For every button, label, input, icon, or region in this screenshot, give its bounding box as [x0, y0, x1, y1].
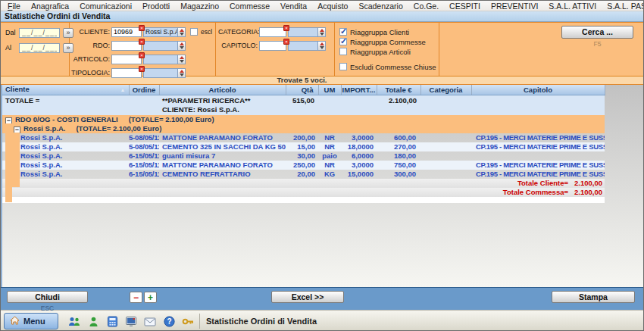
clear-x-icon[interactable]: ×	[283, 39, 289, 45]
clear-x-icon[interactable]: ×	[139, 25, 145, 31]
menu-anagrafica[interactable]: Anagrafica	[26, 2, 74, 11]
rdo-label: RDO:	[70, 42, 110, 49]
total-cliente-value: 2.100,00	[574, 179, 602, 187]
riaggruppa-articoli-checkbox[interactable]	[339, 48, 347, 55]
menu-commesse[interactable]: Commesse	[224, 2, 275, 11]
zoom-in-button[interactable]: +	[144, 292, 157, 303]
clear-x-icon[interactable]: ×	[139, 52, 145, 58]
chiudi-button[interactable]: Chiudi	[7, 291, 88, 303]
app-window: File Anagrafica Comunicazioni Prodotti M…	[0, 0, 644, 331]
cliente-code-input[interactable]	[111, 27, 142, 37]
column-header-totale[interactable]: Totale €	[377, 85, 420, 95]
clear-x-icon[interactable]: ×	[139, 39, 145, 45]
total-cliente-label: Totale Cliente=	[517, 179, 568, 187]
capitolo-value	[289, 42, 317, 50]
tipologia-code-input[interactable]	[111, 68, 142, 78]
al-label: Al	[5, 44, 19, 52]
table-row[interactable]: Rossi S.p.A. 5-08/05/11 MATTONE PARAMANO…	[2, 133, 605, 142]
mail-icon[interactable]	[143, 315, 157, 327]
rdo-code-input[interactable]	[111, 41, 142, 51]
table-row[interactable]: Rossi S.p.A. 6-15/05/11 CEMENTO REFRATTA…	[2, 170, 605, 179]
column-header-um[interactable]: UM	[318, 85, 341, 95]
menu-preventivi[interactable]: PREVENTIVI	[486, 2, 543, 11]
capitolo-lookup-spinner-icon[interactable]	[317, 42, 325, 50]
users-icon[interactable]	[67, 315, 81, 327]
chiudi-shortcut-label: ESC	[7, 304, 88, 312]
table-row[interactable]: Rossi S.p.A. 6-15/05/11 MATTONE PARAMANO…	[2, 161, 605, 170]
summary-cliente-detail: CLIENTE: Rossi S.p.A.	[162, 105, 286, 114]
column-header-qta[interactable]: Qtà	[286, 85, 318, 95]
taskbar-title: Statistiche Ordini di Vendita	[206, 317, 317, 326]
group-total: (TOTALE= 2.100,00 Euro)	[76, 124, 161, 133]
riaggruppa-commesse-checkbox[interactable]	[339, 38, 347, 45]
collapse-icon[interactable]: −	[5, 117, 12, 124]
dal-date-input[interactable]	[19, 28, 60, 38]
cerca-button[interactable]: Cerca ...	[561, 26, 633, 39]
column-header-importo[interactable]: IMPORT...	[341, 85, 377, 95]
summary-cliente[interactable]: TOTALE =	[2, 95, 129, 115]
excel-export-button[interactable]: Excel >>	[271, 291, 344, 303]
total-commessa-label: Totale Commessa=	[503, 188, 568, 196]
calculator-icon[interactable]	[105, 315, 119, 327]
menu-bar: File Anagrafica Comunicazioni Prodotti M…	[1, 1, 643, 11]
menu-file[interactable]: File	[2, 2, 26, 11]
menu-cespiti[interactable]: CESPITI	[444, 2, 486, 11]
menu-magazzino[interactable]: Magazzino	[175, 2, 224, 11]
key-icon[interactable]	[181, 315, 195, 327]
monitor-icon[interactable]	[124, 315, 138, 327]
articolo-code-input[interactable]	[111, 55, 142, 64]
escludi-commesse-chiuse-checkbox[interactable]	[339, 63, 347, 70]
cliente-lookup-spinner-icon[interactable]	[177, 28, 185, 36]
tipologia-lookup-spinner-icon[interactable]	[177, 69, 185, 77]
group-label: RDO 0/OG - COSTI GENERALI	[15, 115, 118, 123]
column-header-ordine[interactable]: Ordine	[129, 85, 159, 95]
panel-divider	[215, 23, 216, 76]
riaggruppa-clienti-checkbox[interactable]	[339, 28, 347, 36]
categoria-code-input[interactable]	[259, 27, 286, 37]
menu-vendita[interactable]: Vendita	[275, 2, 312, 11]
menu-acquisto[interactable]: Acquisto	[312, 2, 353, 11]
column-header-cliente[interactable]: ▲Cliente	[2, 85, 129, 95]
clear-x-icon[interactable]: ×	[283, 25, 289, 31]
menu-prodotti[interactable]: Prodotti	[137, 2, 175, 11]
articolo-lookup-spinner-icon[interactable]	[177, 55, 185, 64]
dal-label: Dal	[5, 29, 19, 36]
escl-checkbox[interactable]	[190, 28, 198, 36]
menu-coge[interactable]: Co.Ge.	[408, 2, 444, 11]
menu-scadenzario[interactable]: Scadenzario	[353, 2, 408, 11]
column-header-articolo[interactable]: Articolo	[159, 85, 286, 95]
svg-text:?: ?	[167, 317, 171, 326]
rdo-lookup-spinner-icon[interactable]	[177, 42, 185, 50]
table-row[interactable]: Rossi S.p.A. 6-15/05/11 guanti misura 7 …	[2, 151, 605, 161]
action-bar: Chiudi ESC − + Excel >> Stampa	[1, 287, 643, 310]
articolo-label: ARTICOLO:	[70, 55, 110, 63]
summary-row[interactable]: TOTALE = **PARAMETRI RICERCA** CLIENTE: …	[2, 95, 605, 115]
articolo-value	[144, 55, 177, 64]
zoom-out-button[interactable]: −	[130, 292, 142, 303]
menu-sal-attivi[interactable]: S.A.L. ATTIVI	[543, 2, 602, 11]
group-row-rdo[interactable]: −RDO 0/OG - COSTI GENERALI(TOTALE= 2.100…	[2, 115, 605, 124]
stampa-button[interactable]: Stampa	[552, 291, 635, 303]
panel-divider	[439, 23, 439, 76]
menu-button[interactable]: Menu	[4, 313, 58, 329]
user-icon[interactable]	[86, 315, 100, 327]
table-footer-spacer	[2, 197, 605, 203]
cliente-value: Rossi S.p.A.	[144, 28, 177, 36]
al-date-input[interactable]	[19, 43, 60, 53]
collapse-icon[interactable]: −	[14, 126, 20, 133]
column-header-categoria[interactable]: Categoria	[420, 85, 471, 95]
column-header-capitolo[interactable]: Capitolo	[471, 85, 605, 95]
panel-divider	[334, 23, 335, 76]
help-icon[interactable]: ?	[162, 315, 176, 327]
riaggruppa-clienti-label: Riaggruppa Clienti	[350, 28, 409, 36]
menu-button-label: Menu	[23, 317, 45, 326]
menu-sal-passivi[interactable]: S.A.L. PASSIVI	[602, 2, 644, 11]
menu-comunicazioni[interactable]: Comunicazioni	[74, 2, 137, 11]
total-cliente-row: Totale Cliente=2.100,00	[2, 179, 605, 188]
capitolo-code-input[interactable]	[259, 41, 286, 51]
group-row-cliente[interactable]: −Rossi S.p.A.(TOTALE= 2.100,00 Euro)	[2, 124, 605, 133]
escl-label: escl	[201, 28, 212, 36]
categoria-lookup-spinner-icon[interactable]	[317, 28, 325, 36]
table-row[interactable]: Rossi S.p.A. 5-08/05/11 CEMENTO 325 IN S…	[2, 142, 605, 151]
clear-x-icon[interactable]: ×	[139, 66, 145, 72]
